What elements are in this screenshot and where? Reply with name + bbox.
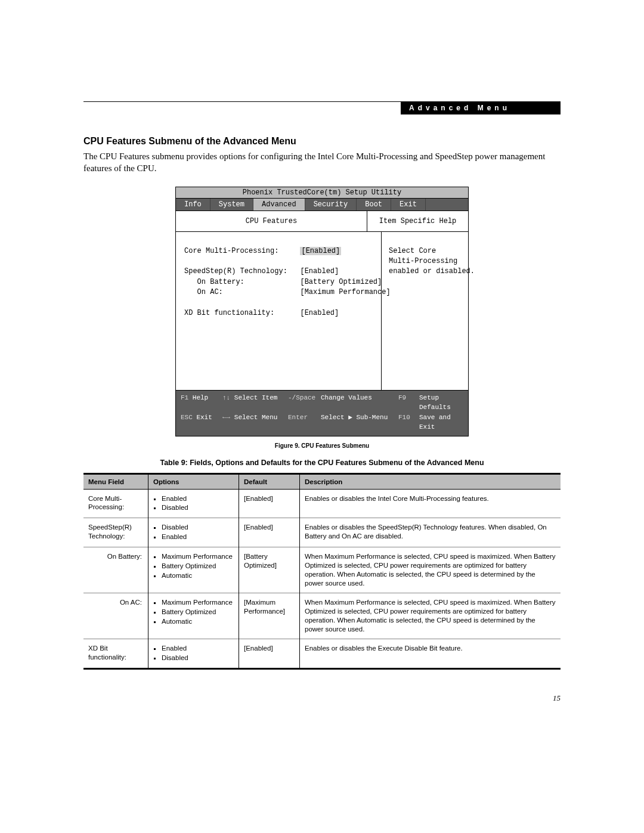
menu-field-cell: XD Bit functionality: [83,639,148,668]
bios-utility-title: Phoenix TrustedCore(tm) Setup Utility [176,187,468,199]
bios-fields: Core Multi-Processing: [Enabled] SpeedSt… [176,232,382,390]
description-cell: When Maximum Performance is selected, CP… [300,593,561,639]
bios-tab-boot[interactable]: Boot [357,199,391,210]
default-cell: [Enabled] [239,489,300,518]
menu-field-cell: Core Multi-Processing: [83,489,148,518]
bios-screenshot: Phoenix TrustedCore(tm) Setup Utility In… [175,187,469,436]
bios-selected-value[interactable]: [Enabled] [300,247,341,255]
table-row: On Battery:Maximum PerformanceBattery Op… [83,547,561,593]
bios-tab-exit[interactable]: Exit [391,199,426,210]
menu-field-cell: On Battery: [83,547,148,593]
table-title: Table 9: Fields, Options and Defaults fo… [83,459,561,467]
bios-tab-advanced[interactable]: Advanced [253,199,305,210]
table-row: On AC:Maximum PerformanceBattery Optimiz… [83,593,561,639]
bios-tab-bar: InfoSystemAdvancedSecurityBootExit [176,199,468,211]
table-row: SpeedStep(R) Technology:DisabledEnabled[… [83,518,561,547]
options-cell: DisabledEnabled [148,518,239,547]
description-cell: Enables or disables the SpeedStep(R) Tec… [300,518,561,547]
default-cell: [Enabled] [239,518,300,547]
header-menu-label: Advanced Menu [401,102,561,114]
description-cell: When Maximum Performance is selected, CP… [300,547,561,593]
bios-left-title: CPU Features [176,211,367,231]
description-cell: Enables or disables the Execute Disable … [300,639,561,668]
bios-tab-security[interactable]: Security [305,199,357,210]
figure-caption: Figure 9. CPU Features Submenu [83,442,561,449]
options-cell: Maximum PerformanceBattery OptimizedAuto… [148,593,239,639]
bios-tab-system[interactable]: System [210,199,253,210]
table-header: Options [148,473,239,489]
default-cell: [Battery Optimized] [239,547,300,593]
bios-help-text: Select Core Multi-Processing enabled or … [382,232,481,390]
table-row: XD Bit functionality:EnabledDisabled[Ena… [83,639,561,668]
table-header: Description [300,473,561,489]
table-row: Core Multi-Processing:EnabledDisabled[En… [83,489,561,518]
options-cell: EnabledDisabled [148,639,239,668]
section-title: CPU Features Submenu of the Advanced Men… [83,136,561,147]
features-table: Menu FieldOptionsDefaultDescription Core… [83,473,561,670]
description-cell: Enables or disables the Intel Core Multi… [300,489,561,518]
bios-tab-info[interactable]: Info [176,199,210,210]
default-cell: [Maximum Performance] [239,593,300,639]
intro-paragraph: The CPU Features submenu provides option… [83,150,561,175]
bios-footer-keys: F1 Help↑↓ Select Item-/SpaceChange Value… [176,391,468,436]
default-cell: [Enabled] [239,639,300,668]
table-header: Menu Field [83,473,148,489]
options-cell: EnabledDisabled [148,489,239,518]
options-cell: Maximum PerformanceBattery OptimizedAuto… [148,547,239,593]
menu-field-cell: On AC: [83,593,148,639]
page-number: 15 [83,693,561,703]
bios-right-title: Item Specific Help [367,211,468,231]
table-header: Default [239,473,300,489]
menu-field-cell: SpeedStep(R) Technology: [83,518,148,547]
